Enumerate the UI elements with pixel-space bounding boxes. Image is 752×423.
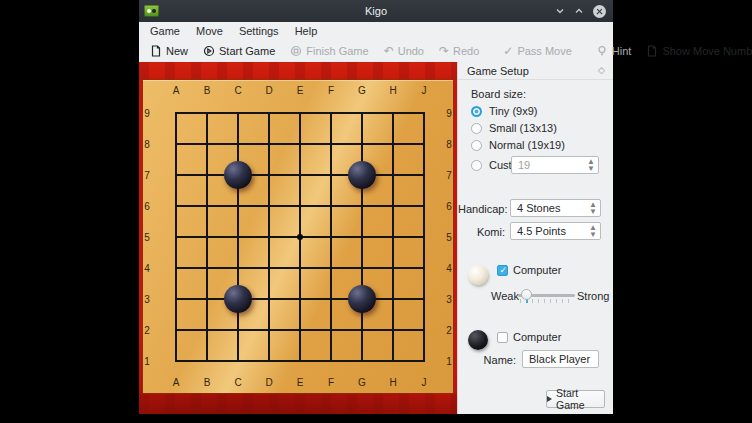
new-button[interactable]: New [145, 43, 193, 59]
white-computer-checkbox[interactable] [497, 265, 508, 276]
float-panel-icon[interactable]: ◇ [598, 65, 605, 75]
white-computer-label: Computer [513, 264, 561, 276]
menubar: Game Move Settings Help [139, 22, 613, 40]
column-label-J: J [422, 85, 427, 96]
column-label-C: C [234, 377, 241, 388]
black-computer-label: Computer [513, 331, 561, 343]
row-label-5: 5 [446, 232, 452, 243]
new-document-icon [150, 45, 162, 57]
menu-settings[interactable]: Settings [231, 23, 287, 39]
hint-button[interactable]: Hint [591, 43, 637, 59]
column-label-H: H [389, 85, 396, 96]
close-icon[interactable] [593, 5, 606, 18]
strong-label: Strong [577, 290, 609, 302]
play-circle-icon [203, 45, 215, 57]
redo-button[interactable]: ↷ Redo [434, 43, 484, 59]
black-player-name-input[interactable]: Black Player [522, 350, 599, 368]
panel-title: Game Setup [467, 65, 529, 77]
column-label-F: F [328, 377, 334, 388]
checkmark-icon: ✓ [503, 46, 513, 56]
row-label-9: 9 [144, 108, 150, 119]
white-stone-image [468, 265, 488, 285]
minimize-icon[interactable] [555, 6, 565, 16]
board-size-label: Board size: [471, 88, 526, 100]
star-point-E5 [297, 234, 303, 240]
row-label-8: 8 [446, 139, 452, 150]
undo-arrow-icon: ↶ [384, 46, 394, 56]
board-widget: AABBCCDDEEFFGGHHJJ998877665544332211 [139, 62, 457, 414]
column-label-E: E [297, 377, 304, 388]
row-label-3: 3 [446, 294, 452, 305]
chevron-down-icon[interactable]: ▼ [589, 208, 597, 215]
handicap-label: Handicap: [458, 203, 505, 215]
menu-help[interactable]: Help [287, 23, 326, 39]
column-label-J: J [422, 377, 427, 388]
black-stone-G3 [348, 285, 376, 313]
menu-game[interactable]: Game [142, 23, 188, 39]
radio-small[interactable]: Small (13x13) [471, 121, 557, 135]
chevron-down-icon[interactable]: ▼ [587, 165, 595, 172]
radio-tiny[interactable]: Tiny (9x9) [471, 104, 538, 118]
row-label-8: 8 [144, 139, 150, 150]
black-stone-C7 [224, 161, 252, 189]
black-computer-checkbox[interactable] [497, 332, 508, 343]
radio-icon[interactable] [471, 123, 482, 134]
radio-icon[interactable] [471, 140, 482, 151]
redo-arrow-icon: ↷ [439, 46, 449, 56]
weak-label: Weak [491, 290, 519, 302]
desktop-background: Kigo Game Move Settings Help New Start G… [0, 0, 752, 423]
row-label-6: 6 [446, 201, 452, 212]
black-stone-C3 [224, 285, 252, 313]
row-label-4: 4 [446, 263, 452, 274]
chevron-down-icon[interactable]: ▼ [589, 231, 597, 238]
stop-circle-icon [290, 45, 302, 57]
show-move-numbers-button[interactable]: Show Move Numbers [641, 43, 752, 59]
column-label-E: E [297, 85, 304, 96]
numbers-document-icon [646, 45, 658, 57]
radio-normal[interactable]: Normal (19x19) [471, 138, 565, 152]
game-setup-panel: Game Setup ◇ Board size: Tiny (9x9) Smal… [457, 62, 613, 414]
radio-icon[interactable] [471, 106, 482, 117]
custom-size-spinbox[interactable]: 19 ▲▼ [511, 156, 599, 174]
column-label-D: D [265, 377, 272, 388]
row-label-1: 1 [446, 356, 452, 367]
column-label-F: F [328, 85, 334, 96]
column-label-B: B [204, 377, 211, 388]
maximize-icon[interactable] [574, 6, 584, 16]
komi-label: Komi: [458, 226, 505, 238]
lightbulb-icon [596, 45, 608, 57]
start-game-panel-button[interactable]: Start Game [546, 390, 605, 408]
undo-button[interactable]: ↶ Undo [379, 43, 429, 59]
komi-spinbox[interactable]: 4.5 Points ▲▼ [510, 222, 601, 240]
titlebar[interactable]: Kigo [139, 0, 613, 22]
kigo-window: Kigo Game Move Settings Help New Start G… [139, 0, 613, 414]
handicap-spinbox[interactable]: 4 Stones ▲▼ [510, 199, 601, 217]
toolbar: New Start Game Finish Game ↶ Undo ↷ Redo… [139, 40, 613, 62]
row-label-3: 3 [144, 294, 150, 305]
row-label-4: 4 [144, 263, 150, 274]
column-label-D: D [265, 85, 272, 96]
column-label-B: B [204, 85, 211, 96]
column-label-A: A [173, 377, 180, 388]
finish-game-button[interactable]: Finish Game [285, 43, 373, 59]
play-icon [547, 396, 552, 402]
row-label-2: 2 [144, 325, 150, 336]
column-label-C: C [234, 85, 241, 96]
menu-move[interactable]: Move [188, 23, 231, 39]
row-label-2: 2 [446, 325, 452, 336]
pass-move-button[interactable]: ✓ Pass Move [498, 43, 576, 59]
row-label-7: 7 [144, 170, 150, 181]
start-game-button[interactable]: Start Game [198, 43, 280, 59]
name-label: Name: [476, 354, 516, 366]
radio-icon[interactable] [471, 160, 482, 171]
column-label-G: G [358, 377, 366, 388]
row-label-7: 7 [446, 170, 452, 181]
slider-handle[interactable] [521, 289, 532, 300]
row-label-1: 1 [144, 356, 150, 367]
go-board[interactable]: AABBCCDDEEFFGGHHJJ998877665544332211 [139, 62, 457, 414]
column-label-H: H [389, 377, 396, 388]
row-label-5: 5 [144, 232, 150, 243]
panel-header: Game Setup ◇ [458, 62, 613, 80]
window-title: Kigo [139, 5, 613, 17]
row-label-6: 6 [144, 201, 150, 212]
